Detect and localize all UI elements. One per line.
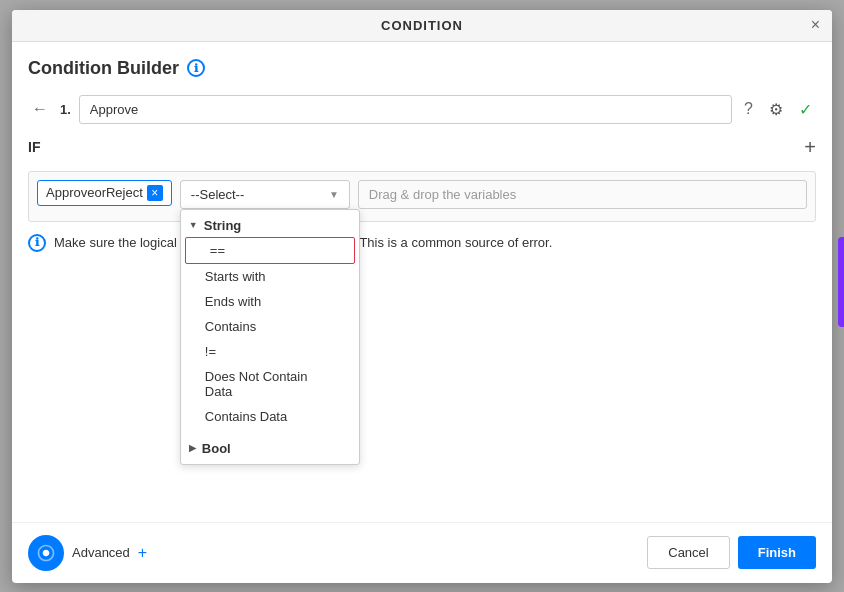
warning-row: ℹ Make sure the logical condition you se… xyxy=(28,234,816,252)
modal-footer: Advanced + Cancel Finish xyxy=(12,522,832,583)
check-button[interactable]: ✓ xyxy=(795,96,816,123)
advanced-label: Advanced xyxy=(72,545,130,560)
row-1: ← 1. ? ⚙ ✓ xyxy=(28,95,816,124)
dropdown-menu: ▼ String == Starts with Ends with Contai… xyxy=(180,209,360,465)
if-label: IF xyxy=(28,139,40,155)
cancel-button[interactable]: Cancel xyxy=(647,536,729,569)
dropdown-item-starts-with[interactable]: Starts with xyxy=(181,264,359,289)
close-button[interactable]: × xyxy=(811,17,820,33)
select-container: --Select-- ▼ ▼ String == Start xyxy=(180,180,350,209)
dropdown-item-contains[interactable]: Contains xyxy=(181,314,359,339)
dropdown-group-string-header: ▼ String xyxy=(181,214,359,237)
condition-row: ApproveorReject × --Select-- ▼ xyxy=(37,180,807,209)
dropdown-group-bool: ▶ Bool xyxy=(181,433,359,464)
modal-body: Condition Builder ℹ ← 1. ? ⚙ ✓ IF + xyxy=(12,42,832,522)
select-placeholder: --Select-- xyxy=(191,187,244,202)
modal-title: CONDITION xyxy=(381,18,463,33)
dropdown-item-not-equal[interactable]: != xyxy=(181,339,359,364)
triangle-right-icon: ▶ xyxy=(189,443,196,453)
condition-area: ApproveorReject × --Select-- ▼ xyxy=(28,171,816,222)
drag-drop-placeholder: Drag & drop the variables xyxy=(369,187,516,202)
dropdown-item-ends-with[interactable]: Ends with xyxy=(181,289,359,314)
drag-drop-box[interactable]: Drag & drop the variables xyxy=(358,180,807,209)
group-string-label: String xyxy=(204,218,242,233)
tag-label: ApproveorReject xyxy=(46,185,143,200)
info-icon[interactable]: ℹ xyxy=(187,59,205,77)
finish-button[interactable]: Finish xyxy=(738,536,816,569)
dropdown-item-not-contain-data[interactable]: Does Not Contain Data xyxy=(181,364,359,404)
select-trigger[interactable]: --Select-- ▼ xyxy=(180,180,350,209)
tag-remove-button[interactable]: × xyxy=(147,185,163,201)
dropdown-group-string: ▼ String == Starts with Ends with Contai… xyxy=(181,210,359,433)
advanced-section: Advanced + xyxy=(28,535,147,571)
back-button[interactable]: ← xyxy=(28,96,52,122)
advanced-plus-button[interactable]: + xyxy=(138,544,147,562)
group-bool-label: Bool xyxy=(202,441,231,456)
gear-button[interactable]: ⚙ xyxy=(765,96,787,123)
dropdown-group-bool-header: ▶ Bool xyxy=(181,437,359,460)
dropdown-item-equals[interactable]: == xyxy=(185,237,355,264)
footer-buttons: Cancel Finish xyxy=(647,536,816,569)
help-button[interactable]: ? xyxy=(740,96,757,122)
advanced-icon-button[interactable] xyxy=(28,535,64,571)
triangle-down-icon: ▼ xyxy=(189,220,198,230)
add-condition-button[interactable]: + xyxy=(804,136,816,159)
warning-icon: ℹ xyxy=(28,234,46,252)
tag-container: ApproveorReject × xyxy=(37,180,172,206)
modal-container: CONDITION × Condition Builder ℹ ← 1. ? ⚙… xyxy=(12,10,832,583)
app-data-tab[interactable]: ❯ App Data xyxy=(838,236,844,326)
approve-input[interactable] xyxy=(79,95,732,124)
condition-builder-header: Condition Builder ℹ xyxy=(28,58,816,79)
if-row: IF + xyxy=(28,132,816,163)
select-arrow-icon: ▼ xyxy=(329,189,339,200)
modal-header: CONDITION × xyxy=(12,10,832,42)
dropdown-item-contains-data[interactable]: Contains Data xyxy=(181,404,359,429)
condition-builder-title: Condition Builder xyxy=(28,58,179,79)
row-number: 1. xyxy=(60,102,71,117)
advanced-svg-icon xyxy=(36,543,56,563)
